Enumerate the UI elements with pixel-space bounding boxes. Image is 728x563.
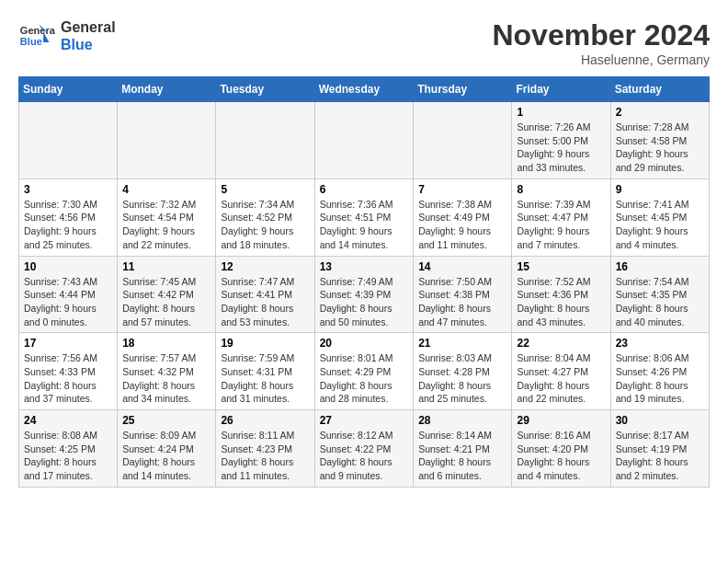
day-info: Sunrise: 7:30 AMSunset: 4:56 PMDaylight:… [24,198,112,252]
calendar-cell: 3Sunrise: 7:30 AMSunset: 4:56 PMDaylight… [19,178,118,256]
calendar-cell: 10Sunrise: 7:43 AMSunset: 4:44 PMDayligh… [19,256,118,333]
day-info: Sunrise: 7:28 AMSunset: 4:58 PMDaylight:… [616,121,704,175]
calendar-cell: 26Sunrise: 8:11 AMSunset: 4:23 PMDayligh… [216,410,314,488]
day-info: Sunrise: 7:41 AMSunset: 4:45 PMDaylight:… [616,198,704,252]
day-number: 6 [320,183,409,196]
day-number: 26 [221,414,309,427]
day-number: 15 [517,260,605,273]
logo-general: General [61,18,116,36]
calendar-cell: 16Sunrise: 7:54 AMSunset: 4:35 PMDayligh… [610,256,709,333]
calendar-cell [414,102,512,179]
calendar-cell: 24Sunrise: 8:08 AMSunset: 4:25 PMDayligh… [19,410,118,488]
calendar-cell: 12Sunrise: 7:47 AMSunset: 4:41 PMDayligh… [216,256,314,333]
day-number: 8 [517,183,605,196]
day-header-thursday: Thursday [414,77,512,102]
day-info: Sunrise: 8:01 AMSunset: 4:29 PMDaylight:… [320,351,409,406]
day-info: Sunrise: 7:45 AMSunset: 4:42 PMDaylight:… [122,275,210,329]
day-info: Sunrise: 8:09 AMSunset: 4:24 PMDaylight:… [122,429,210,483]
day-number: 20 [320,337,409,350]
calendar-cell: 23Sunrise: 8:06 AMSunset: 4:26 PMDayligh… [610,333,709,410]
logo-blue: Blue [61,36,116,53]
day-info: Sunrise: 8:12 AMSunset: 4:22 PMDaylight:… [320,429,409,483]
day-info: Sunrise: 7:43 AMSunset: 4:44 PMDaylight:… [24,275,112,329]
calendar-week-1: 1Sunrise: 7:26 AMSunset: 5:00 PMDaylight… [19,102,710,179]
day-info: Sunrise: 7:26 AMSunset: 5:00 PMDaylight:… [517,121,605,175]
day-header-tuesday: Tuesday [216,77,314,102]
day-info: Sunrise: 7:50 AMSunset: 4:38 PMDaylight:… [418,275,506,329]
day-header-wednesday: Wednesday [314,77,414,102]
day-number: 2 [616,106,704,119]
location: Haseluenne, Germany [492,52,710,67]
calendar-cell: 14Sunrise: 7:50 AMSunset: 4:38 PMDayligh… [414,256,512,333]
calendar-cell: 6Sunrise: 7:36 AMSunset: 4:51 PMDaylight… [314,178,414,256]
day-info: Sunrise: 8:11 AMSunset: 4:23 PMDaylight:… [221,429,309,483]
day-number: 24 [24,414,112,427]
calendar-cell: 7Sunrise: 7:38 AMSunset: 4:49 PMDaylight… [414,178,512,256]
day-info: Sunrise: 7:34 AMSunset: 4:52 PMDaylight:… [221,198,309,252]
day-info: Sunrise: 7:36 AMSunset: 4:51 PMDaylight:… [320,198,409,252]
calendar-week-4: 17Sunrise: 7:56 AMSunset: 4:33 PMDayligh… [19,333,710,410]
day-number: 4 [122,183,210,196]
day-number: 9 [616,183,704,196]
calendar-cell: 20Sunrise: 8:01 AMSunset: 4:29 PMDayligh… [314,333,414,410]
day-info: Sunrise: 7:49 AMSunset: 4:39 PMDaylight:… [320,275,409,329]
title-block: November 2024 Haseluenne, Germany [492,18,710,67]
calendar-cell [314,102,414,179]
day-info: Sunrise: 7:59 AMSunset: 4:31 PMDaylight:… [221,351,309,406]
day-number: 18 [122,337,210,350]
svg-text:Blue: Blue [20,36,42,47]
calendar-cell: 9Sunrise: 7:41 AMSunset: 4:45 PMDaylight… [610,178,709,256]
calendar-cell: 4Sunrise: 7:32 AMSunset: 4:54 PMDaylight… [118,178,216,256]
day-info: Sunrise: 7:56 AMSunset: 4:33 PMDaylight:… [24,351,112,406]
day-header-friday: Friday [512,77,610,102]
day-header-monday: Monday [118,77,216,102]
calendar-cell: 8Sunrise: 7:39 AMSunset: 4:47 PMDaylight… [512,178,610,256]
calendar-cell: 30Sunrise: 8:17 AMSunset: 4:19 PMDayligh… [610,410,709,488]
day-number: 14 [418,260,506,273]
day-number: 23 [616,337,704,350]
day-number: 17 [24,337,112,350]
day-number: 19 [221,337,309,350]
day-number: 25 [122,414,210,427]
logo: General Blue General Blue [18,18,116,53]
calendar-cell: 2Sunrise: 7:28 AMSunset: 4:58 PMDaylight… [610,102,709,179]
calendar-cell: 5Sunrise: 7:34 AMSunset: 4:52 PMDaylight… [216,178,314,256]
calendar-cell: 13Sunrise: 7:49 AMSunset: 4:39 PMDayligh… [314,256,414,333]
day-info: Sunrise: 7:32 AMSunset: 4:54 PMDaylight:… [122,198,210,252]
page-header: General Blue General Blue November 2024 … [18,18,710,67]
calendar-header-row: SundayMondayTuesdayWednesdayThursdayFrid… [19,77,710,102]
day-info: Sunrise: 8:08 AMSunset: 4:25 PMDaylight:… [24,429,112,483]
day-info: Sunrise: 8:06 AMSunset: 4:26 PMDaylight:… [616,351,704,406]
day-number: 28 [418,414,506,427]
calendar-cell: 22Sunrise: 8:04 AMSunset: 4:27 PMDayligh… [512,333,610,410]
day-number: 5 [221,183,309,196]
calendar-cell [19,102,118,179]
day-info: Sunrise: 8:04 AMSunset: 4:27 PMDaylight:… [517,351,605,406]
calendar-cell [216,102,314,179]
day-info: Sunrise: 8:14 AMSunset: 4:21 PMDaylight:… [418,429,506,483]
day-info: Sunrise: 7:47 AMSunset: 4:41 PMDaylight:… [221,275,309,329]
calendar-cell: 21Sunrise: 8:03 AMSunset: 4:28 PMDayligh… [414,333,512,410]
day-number: 3 [24,183,112,196]
day-info: Sunrise: 8:03 AMSunset: 4:28 PMDaylight:… [418,351,506,406]
logo-icon: General Blue [18,22,55,50]
day-number: 27 [320,414,409,427]
calendar-cell: 28Sunrise: 8:14 AMSunset: 4:21 PMDayligh… [414,410,512,488]
calendar-cell: 29Sunrise: 8:16 AMSunset: 4:20 PMDayligh… [512,410,610,488]
calendar-cell: 27Sunrise: 8:12 AMSunset: 4:22 PMDayligh… [314,410,414,488]
day-number: 1 [517,106,605,119]
day-number: 21 [418,337,506,350]
day-info: Sunrise: 7:38 AMSunset: 4:49 PMDaylight:… [418,198,506,252]
svg-text:General: General [20,25,55,36]
day-header-sunday: Sunday [19,77,118,102]
calendar-cell: 25Sunrise: 8:09 AMSunset: 4:24 PMDayligh… [118,410,216,488]
calendar-cell [118,102,216,179]
calendar-week-5: 24Sunrise: 8:08 AMSunset: 4:25 PMDayligh… [19,410,710,488]
day-number: 13 [320,260,409,273]
calendar: SundayMondayTuesdayWednesdayThursdayFrid… [18,76,710,488]
day-number: 12 [221,260,309,273]
day-info: Sunrise: 7:54 AMSunset: 4:35 PMDaylight:… [616,275,704,329]
day-number: 7 [418,183,506,196]
calendar-cell: 1Sunrise: 7:26 AMSunset: 5:00 PMDaylight… [512,102,610,179]
day-number: 16 [616,260,704,273]
